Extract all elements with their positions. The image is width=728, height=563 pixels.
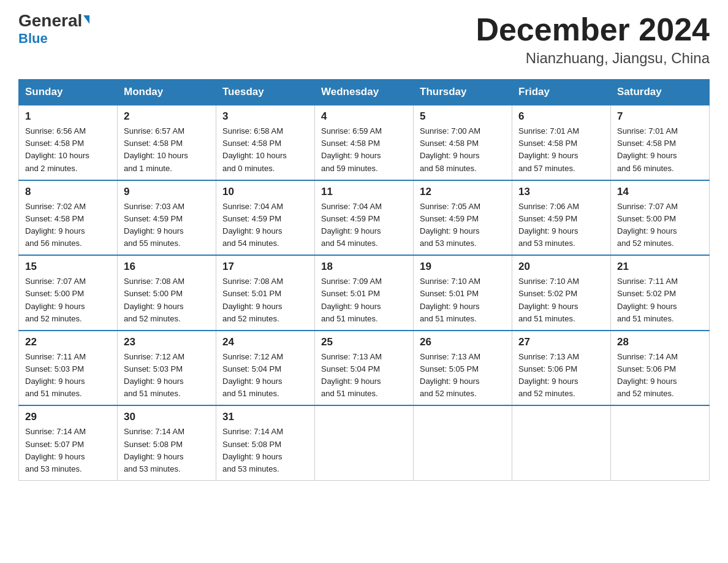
calendar-cell: 27 Sunrise: 7:13 AMSunset: 5:06 PMDaylig… [512,331,611,406]
day-number: 23 [124,336,210,348]
day-number: 9 [124,186,210,198]
day-number: 12 [420,186,506,198]
calendar-cell: 5 Sunrise: 7:00 AMSunset: 4:58 PMDayligh… [414,105,512,180]
calendar-cell: 15 Sunrise: 7:07 AMSunset: 5:00 PMDaylig… [19,255,118,331]
day-info: Sunrise: 6:58 AMSunset: 4:58 PMDaylight:… [222,126,287,172]
calendar-cell: 31 Sunrise: 7:14 AMSunset: 5:08 PMDaylig… [216,405,315,480]
calendar-week-row: 1 Sunrise: 6:56 AMSunset: 4:58 PMDayligh… [19,105,710,180]
day-number: 6 [518,110,604,123]
calendar-cell: 20 Sunrise: 7:10 AMSunset: 5:02 PMDaylig… [512,255,611,331]
day-info: Sunrise: 7:01 AMSunset: 4:58 PMDaylight:… [617,126,678,172]
day-info: Sunrise: 7:08 AMSunset: 5:01 PMDaylight:… [222,277,283,323]
day-info: Sunrise: 7:14 AMSunset: 5:08 PMDaylight:… [222,427,283,473]
calendar-cell [611,405,710,480]
page-header: General Blue December 2024 Nianzhuang, J… [18,12,710,67]
col-friday: Friday [512,80,611,105]
col-saturday: Saturday [611,80,710,105]
day-info: Sunrise: 7:06 AMSunset: 4:59 PMDaylight:… [518,202,579,248]
day-info: Sunrise: 7:04 AMSunset: 4:59 PMDaylight:… [321,202,382,248]
day-info: Sunrise: 7:08 AMSunset: 5:00 PMDaylight:… [124,277,184,323]
calendar-cell: 9 Sunrise: 7:03 AMSunset: 4:59 PMDayligh… [118,180,216,256]
day-number: 19 [420,261,506,273]
calendar-cell: 16 Sunrise: 7:08 AMSunset: 5:00 PMDaylig… [118,255,216,331]
calendar-cell: 29 Sunrise: 7:14 AMSunset: 5:07 PMDaylig… [19,405,118,480]
calendar-cell: 10 Sunrise: 7:04 AMSunset: 4:59 PMDaylig… [216,180,315,256]
calendar-cell: 7 Sunrise: 7:01 AMSunset: 4:58 PMDayligh… [611,105,710,180]
calendar-header-row: Sunday Monday Tuesday Wednesday Thursday… [19,80,710,105]
day-number: 2 [124,110,210,123]
calendar-week-row: 29 Sunrise: 7:14 AMSunset: 5:07 PMDaylig… [19,405,710,480]
logo-line2: Blue [18,31,48,47]
day-number: 31 [222,411,308,423]
day-number: 17 [222,261,308,273]
day-info: Sunrise: 7:14 AMSunset: 5:08 PMDaylight:… [124,427,184,473]
day-info: Sunrise: 7:07 AMSunset: 5:00 PMDaylight:… [617,202,678,248]
calendar-cell [414,405,512,480]
logo-triangle-icon [83,15,89,24]
calendar-cell: 3 Sunrise: 6:58 AMSunset: 4:58 PMDayligh… [216,105,315,180]
calendar-cell: 19 Sunrise: 7:10 AMSunset: 5:01 PMDaylig… [414,255,512,331]
day-info: Sunrise: 7:13 AMSunset: 5:04 PMDaylight:… [321,352,382,398]
day-info: Sunrise: 7:09 AMSunset: 5:01 PMDaylight:… [321,277,382,323]
calendar-cell [512,405,611,480]
day-info: Sunrise: 7:11 AMSunset: 5:02 PMDaylight:… [617,277,678,323]
calendar-cell [315,405,414,480]
day-number: 25 [321,336,407,348]
calendar-cell: 13 Sunrise: 7:06 AMSunset: 4:59 PMDaylig… [512,180,611,256]
day-info: Sunrise: 6:57 AMSunset: 4:58 PMDaylight:… [124,126,188,172]
calendar-week-row: 22 Sunrise: 7:11 AMSunset: 5:03 PMDaylig… [19,331,710,406]
calendar-week-row: 15 Sunrise: 7:07 AMSunset: 5:00 PMDaylig… [19,255,710,331]
day-info: Sunrise: 7:01 AMSunset: 4:58 PMDaylight:… [518,126,579,172]
calendar-cell: 25 Sunrise: 7:13 AMSunset: 5:04 PMDaylig… [315,331,414,406]
calendar-cell: 24 Sunrise: 7:12 AMSunset: 5:04 PMDaylig… [216,331,315,406]
day-number: 24 [222,336,308,348]
day-info: Sunrise: 7:03 AMSunset: 4:59 PMDaylight:… [124,202,184,248]
day-number: 1 [25,110,111,123]
col-wednesday: Wednesday [315,80,414,105]
day-number: 22 [25,336,111,348]
day-info: Sunrise: 7:14 AMSunset: 5:07 PMDaylight:… [25,427,86,473]
day-info: Sunrise: 7:13 AMSunset: 5:05 PMDaylight:… [420,352,480,398]
day-number: 28 [617,336,703,348]
day-number: 13 [518,186,604,198]
calendar-cell: 22 Sunrise: 7:11 AMSunset: 5:03 PMDaylig… [19,331,118,406]
day-number: 10 [222,186,308,198]
day-number: 29 [25,411,111,423]
calendar-cell: 12 Sunrise: 7:05 AMSunset: 4:59 PMDaylig… [414,180,512,256]
calendar-body: 1 Sunrise: 6:56 AMSunset: 4:58 PMDayligh… [19,105,710,480]
day-number: 26 [420,336,506,348]
day-number: 21 [617,261,703,273]
day-number: 5 [420,110,506,123]
calendar-cell: 11 Sunrise: 7:04 AMSunset: 4:59 PMDaylig… [315,180,414,256]
calendar-cell: 18 Sunrise: 7:09 AMSunset: 5:01 PMDaylig… [315,255,414,331]
calendar-week-row: 8 Sunrise: 7:02 AMSunset: 4:58 PMDayligh… [19,180,710,256]
day-number: 11 [321,186,407,198]
calendar-cell: 14 Sunrise: 7:07 AMSunset: 5:00 PMDaylig… [611,180,710,256]
day-info: Sunrise: 7:12 AMSunset: 5:04 PMDaylight:… [222,352,283,398]
day-number: 15 [25,261,111,273]
col-monday: Monday [118,80,216,105]
day-number: 16 [124,261,210,273]
day-info: Sunrise: 7:02 AMSunset: 4:58 PMDaylight:… [25,202,86,248]
calendar-table: Sunday Monday Tuesday Wednesday Thursday… [18,79,710,481]
calendar-cell: 23 Sunrise: 7:12 AMSunset: 5:03 PMDaylig… [118,331,216,406]
calendar-cell: 26 Sunrise: 7:13 AMSunset: 5:05 PMDaylig… [414,331,512,406]
day-number: 14 [617,186,703,198]
day-number: 18 [321,261,407,273]
calendar-cell: 21 Sunrise: 7:11 AMSunset: 5:02 PMDaylig… [611,255,710,331]
day-number: 30 [124,411,210,423]
day-number: 20 [518,261,604,273]
day-number: 3 [222,110,308,123]
calendar-cell: 17 Sunrise: 7:08 AMSunset: 5:01 PMDaylig… [216,255,315,331]
day-info: Sunrise: 7:07 AMSunset: 5:00 PMDaylight:… [25,277,86,323]
col-tuesday: Tuesday [216,80,315,105]
calendar-cell: 28 Sunrise: 7:14 AMSunset: 5:06 PMDaylig… [611,331,710,406]
calendar-cell: 4 Sunrise: 6:59 AMSunset: 4:58 PMDayligh… [315,105,414,180]
calendar-cell: 1 Sunrise: 6:56 AMSunset: 4:58 PMDayligh… [19,105,118,180]
calendar-cell: 8 Sunrise: 7:02 AMSunset: 4:58 PMDayligh… [19,180,118,256]
calendar-cell: 2 Sunrise: 6:57 AMSunset: 4:58 PMDayligh… [118,105,216,180]
day-info: Sunrise: 6:59 AMSunset: 4:58 PMDaylight:… [321,126,382,172]
day-info: Sunrise: 7:12 AMSunset: 5:03 PMDaylight:… [124,352,184,398]
day-info: Sunrise: 7:13 AMSunset: 5:06 PMDaylight:… [518,352,579,398]
day-number: 27 [518,336,604,348]
